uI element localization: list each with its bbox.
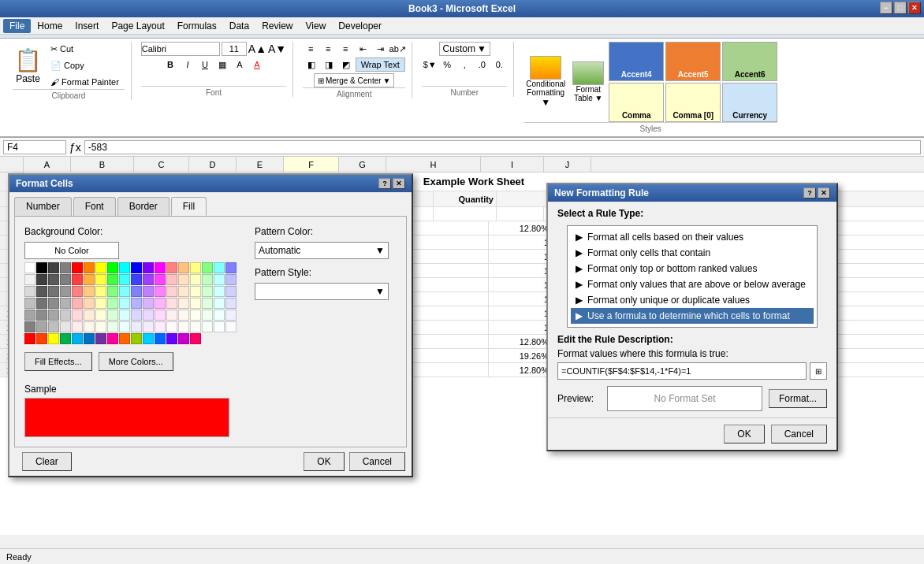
color-swatch[interactable] — [131, 274, 142, 285]
color-swatch[interactable] — [155, 262, 166, 273]
accent-color-swatch[interactable] — [178, 333, 189, 344]
color-swatch[interactable] — [143, 298, 154, 309]
accent-color-swatch[interactable] — [95, 333, 106, 344]
color-swatch[interactable] — [60, 262, 71, 273]
tab-number[interactable]: Number — [14, 197, 72, 216]
color-swatch[interactable] — [107, 262, 118, 273]
pattern-style-dropdown[interactable]: ▼ — [255, 283, 389, 300]
color-swatch[interactable] — [225, 262, 237, 273]
color-swatch[interactable] — [202, 274, 213, 285]
color-swatch[interactable] — [190, 262, 201, 273]
color-swatch[interactable] — [178, 274, 189, 285]
color-swatch[interactable] — [178, 286, 189, 297]
rule-item-4[interactable]: ▶ Format only values that are above or b… — [571, 276, 814, 292]
color-swatch[interactable] — [24, 321, 35, 332]
color-swatch[interactable] — [214, 321, 225, 332]
color-swatch[interactable] — [119, 298, 130, 309]
color-swatch[interactable] — [166, 274, 177, 285]
accent-color-swatch[interactable] — [190, 333, 201, 344]
color-swatch[interactable] — [119, 310, 130, 321]
color-swatch[interactable] — [60, 274, 71, 285]
color-swatch[interactable] — [48, 262, 59, 273]
accent-color-swatch[interactable] — [24, 333, 35, 344]
accent-color-swatch[interactable] — [84, 333, 95, 344]
format-cells-help-btn[interactable]: ? — [378, 178, 391, 189]
color-swatch[interactable] — [84, 274, 95, 285]
color-swatch[interactable] — [48, 274, 59, 285]
format-cells-ok-btn[interactable]: OK — [304, 452, 344, 471]
color-swatch[interactable] — [225, 274, 237, 285]
color-swatch[interactable] — [72, 274, 83, 285]
color-swatch[interactable] — [143, 274, 154, 285]
color-swatch[interactable] — [225, 310, 237, 321]
clear-button[interactable]: Clear — [22, 452, 72, 471]
color-swatch[interactable] — [72, 262, 83, 273]
color-swatch[interactable] — [131, 262, 142, 273]
color-swatch[interactable] — [225, 321, 237, 332]
accent-color-swatch[interactable] — [36, 333, 47, 344]
color-swatch[interactable] — [119, 262, 130, 273]
new-rule-close-btn[interactable]: ✕ — [818, 187, 830, 199]
color-swatch[interactable] — [72, 286, 83, 297]
color-swatch[interactable] — [178, 298, 189, 309]
format-button[interactable]: Format... — [769, 389, 827, 408]
accent-color-swatch[interactable] — [72, 333, 83, 344]
color-swatch[interactable] — [131, 286, 142, 297]
color-swatch[interactable] — [143, 262, 154, 273]
no-color-button[interactable]: No Color — [24, 242, 119, 259]
color-swatch[interactable] — [36, 274, 47, 285]
color-swatch[interactable] — [84, 286, 95, 297]
color-swatch[interactable] — [225, 286, 237, 297]
color-swatch[interactable] — [155, 286, 166, 297]
new-rule-cancel-btn[interactable]: Cancel — [771, 425, 827, 443]
color-swatch[interactable] — [36, 321, 47, 332]
color-swatch[interactable] — [107, 310, 118, 321]
color-swatch[interactable] — [24, 274, 35, 285]
accent-color-swatch[interactable] — [155, 333, 166, 344]
rule-item-2[interactable]: ▶ Format only cells that contain — [571, 245, 814, 261]
color-swatch[interactable] — [143, 286, 154, 297]
rule-item-6[interactable]: ▶ Use a formula to determine which cells… — [571, 308, 814, 324]
color-swatch[interactable] — [155, 310, 166, 321]
color-swatch[interactable] — [131, 298, 142, 309]
color-swatch[interactable] — [214, 262, 225, 273]
color-swatch[interactable] — [190, 298, 201, 309]
more-colors-button[interactable]: More Colors... — [99, 352, 173, 371]
color-swatch[interactable] — [143, 321, 154, 332]
color-swatch[interactable] — [60, 310, 71, 321]
color-swatch[interactable] — [107, 274, 118, 285]
color-swatch[interactable] — [72, 310, 83, 321]
color-swatch[interactable] — [72, 298, 83, 309]
accent-color-swatch[interactable] — [131, 333, 142, 344]
color-swatch[interactable] — [24, 310, 35, 321]
accent-color-swatch[interactable] — [143, 333, 154, 344]
color-swatch[interactable] — [60, 321, 71, 332]
pattern-color-dropdown[interactable]: Automatic ▼ — [255, 242, 389, 259]
color-swatch[interactable] — [36, 262, 47, 273]
color-swatch[interactable] — [60, 298, 71, 309]
color-swatch[interactable] — [214, 274, 225, 285]
color-swatch[interactable] — [166, 298, 177, 309]
color-swatch[interactable] — [166, 321, 177, 332]
color-swatch[interactable] — [72, 321, 83, 332]
color-swatch[interactable] — [36, 298, 47, 309]
color-swatch[interactable] — [60, 286, 71, 297]
color-swatch[interactable] — [119, 274, 130, 285]
rule-item-3[interactable]: ▶ Format only top or bottom ranked value… — [571, 261, 814, 276]
color-swatch[interactable] — [119, 286, 130, 297]
rule-item-1[interactable]: ▶ Format all cells based on their values — [571, 229, 814, 245]
color-swatch[interactable] — [202, 286, 213, 297]
color-swatch[interactable] — [48, 298, 59, 309]
color-swatch[interactable] — [95, 286, 106, 297]
new-rule-help-btn[interactable]: ? — [803, 187, 816, 199]
color-swatch[interactable] — [214, 286, 225, 297]
color-swatch[interactable] — [178, 262, 189, 273]
new-rule-ok-btn[interactable]: OK — [724, 425, 764, 443]
tab-border[interactable]: Border — [117, 197, 170, 216]
color-swatch[interactable] — [84, 262, 95, 273]
color-swatch[interactable] — [202, 310, 213, 321]
color-swatch[interactable] — [202, 262, 213, 273]
color-swatch[interactable] — [24, 262, 35, 273]
color-swatch[interactable] — [24, 286, 35, 297]
color-swatch[interactable] — [131, 321, 142, 332]
